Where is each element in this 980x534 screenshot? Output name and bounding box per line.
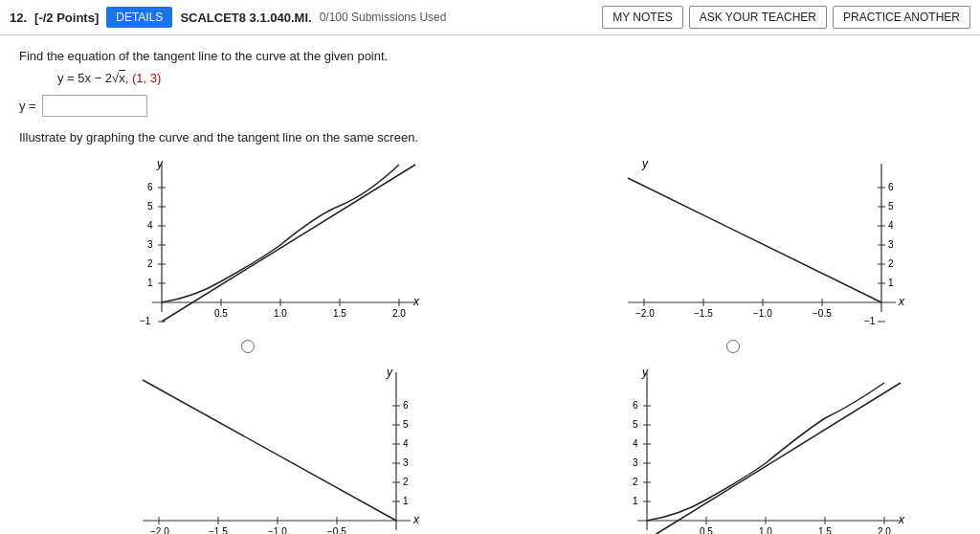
equation-text: y = 5x − 2√x, <box>57 71 128 85</box>
svg-text:2: 2 <box>633 477 638 487</box>
svg-line-24 <box>162 165 415 322</box>
graph-4-svg: y x 1 2 3 4 5 6 0.5 1.0 1.5 2.0 −1 <box>556 363 910 534</box>
svg-text:−1: −1 <box>864 316 876 326</box>
answer-input-row: y = <box>19 95 961 117</box>
points-label: [-/2 Points] <box>34 11 99 25</box>
svg-text:−0.5: −0.5 <box>813 308 832 319</box>
svg-text:4: 4 <box>403 438 409 449</box>
scalcet-label: SCALCET8 3.1.040.MI. <box>180 11 311 25</box>
svg-text:2: 2 <box>403 477 409 487</box>
svg-text:5: 5 <box>147 201 153 211</box>
equation-display: y = 5x − 2√x, (1, 3) <box>57 71 961 85</box>
svg-text:1: 1 <box>633 496 638 506</box>
svg-text:y: y <box>641 366 649 379</box>
answer-input[interactable] <box>42 95 147 117</box>
svg-text:4: 4 <box>633 438 638 449</box>
svg-text:−1: −1 <box>140 316 151 326</box>
svg-text:6: 6 <box>633 400 638 411</box>
svg-text:x: x <box>412 513 420 526</box>
main-content: Find the equation of the tangent line to… <box>0 35 980 534</box>
svg-text:−1.0: −1.0 <box>268 526 287 534</box>
svg-text:4: 4 <box>147 220 153 231</box>
svg-text:1: 1 <box>403 496 409 506</box>
svg-text:2: 2 <box>888 258 894 269</box>
svg-text:3: 3 <box>147 239 153 250</box>
svg-text:y: y <box>156 157 164 170</box>
svg-text:1.5: 1.5 <box>818 526 832 534</box>
svg-text:0.5: 0.5 <box>214 308 228 319</box>
graph-2-svg: y x 1 2 3 4 5 6 −0.5 −1.0 −1.5 −2.0 <box>556 154 910 336</box>
graphs-container: y x 1 2 3 4 5 6 0.5 1.0 1.5 <box>19 154 961 534</box>
graph-1-svg: y x 1 2 3 4 5 6 0.5 1.0 1.5 <box>71 154 425 336</box>
svg-text:3: 3 <box>888 239 894 250</box>
svg-text:x: x <box>898 513 905 526</box>
header: 12. [-/2 Points] DETAILS SCALCET8 3.1.04… <box>0 0 980 35</box>
question-number: 12. <box>10 11 27 25</box>
svg-text:5: 5 <box>888 201 894 211</box>
svg-text:y: y <box>386 366 393 379</box>
svg-text:x: x <box>412 295 420 308</box>
svg-line-53 <box>628 178 881 302</box>
svg-text:2.0: 2.0 <box>392 308 406 319</box>
problem-instruction: Find the equation of the tangent line to… <box>19 49 961 63</box>
svg-text:0.5: 0.5 <box>700 526 713 534</box>
svg-text:2: 2 <box>147 258 153 269</box>
graph-3: y x 1 2 3 4 5 6 −0.5 −1.0 −1.5 −2.0 −1 <box>19 363 476 534</box>
submissions-label: 0/100 Submissions Used <box>320 11 447 24</box>
graph-1: y x 1 2 3 4 5 6 0.5 1.0 1.5 <box>19 154 476 353</box>
svg-line-80 <box>143 380 396 521</box>
svg-text:−2.0: −2.0 <box>150 526 169 534</box>
svg-text:6: 6 <box>403 400 409 411</box>
svg-text:x: x <box>898 295 905 308</box>
ask-teacher-button[interactable]: ASK YOUR TEACHER <box>689 6 827 29</box>
svg-text:5: 5 <box>633 419 638 430</box>
svg-text:1.0: 1.0 <box>274 308 287 319</box>
svg-text:−1.5: −1.5 <box>694 308 713 319</box>
header-right: MY NOTES ASK YOUR TEACHER PRACTICE ANOTH… <box>602 6 970 29</box>
point-highlight: (1, 3) <box>132 71 161 85</box>
svg-text:4: 4 <box>888 220 894 231</box>
svg-text:6: 6 <box>888 182 894 192</box>
graph-3-svg: y x 1 2 3 4 5 6 −0.5 −1.0 −1.5 −2.0 −1 <box>71 363 425 534</box>
header-left: 12. [-/2 Points] DETAILS SCALCET8 3.1.04… <box>10 7 602 28</box>
svg-text:y: y <box>641 157 649 170</box>
svg-text:3: 3 <box>633 457 638 468</box>
svg-text:3: 3 <box>403 457 409 468</box>
svg-text:1.5: 1.5 <box>333 308 346 319</box>
graph-2-radio[interactable] <box>726 340 740 353</box>
svg-text:1: 1 <box>888 278 894 288</box>
svg-line-107 <box>647 383 901 534</box>
y-equals-label: y = <box>19 99 36 113</box>
svg-text:−1.5: −1.5 <box>209 526 228 534</box>
svg-text:−2.0: −2.0 <box>635 308 655 319</box>
graph-4: y x 1 2 3 4 5 6 0.5 1.0 1.5 2.0 −1 <box>504 363 961 534</box>
svg-text:1: 1 <box>147 278 153 288</box>
svg-text:1.0: 1.0 <box>759 526 772 534</box>
my-notes-button[interactable]: MY NOTES <box>602 6 682 29</box>
svg-text:6: 6 <box>147 182 153 192</box>
illustrate-instruction: Illustrate by graphing the curve and the… <box>19 130 961 145</box>
practice-another-button[interactable]: PRACTICE ANOTHER <box>833 6 970 29</box>
svg-text:5: 5 <box>403 419 409 430</box>
graph-2: y x 1 2 3 4 5 6 −0.5 −1.0 −1.5 −2.0 <box>504 154 961 353</box>
details-button[interactable]: DETAILS <box>106 7 172 28</box>
svg-text:−1.0: −1.0 <box>753 308 772 319</box>
graph-1-radio[interactable] <box>241 340 255 353</box>
svg-text:2.0: 2.0 <box>878 526 891 534</box>
svg-text:−0.5: −0.5 <box>327 526 346 534</box>
